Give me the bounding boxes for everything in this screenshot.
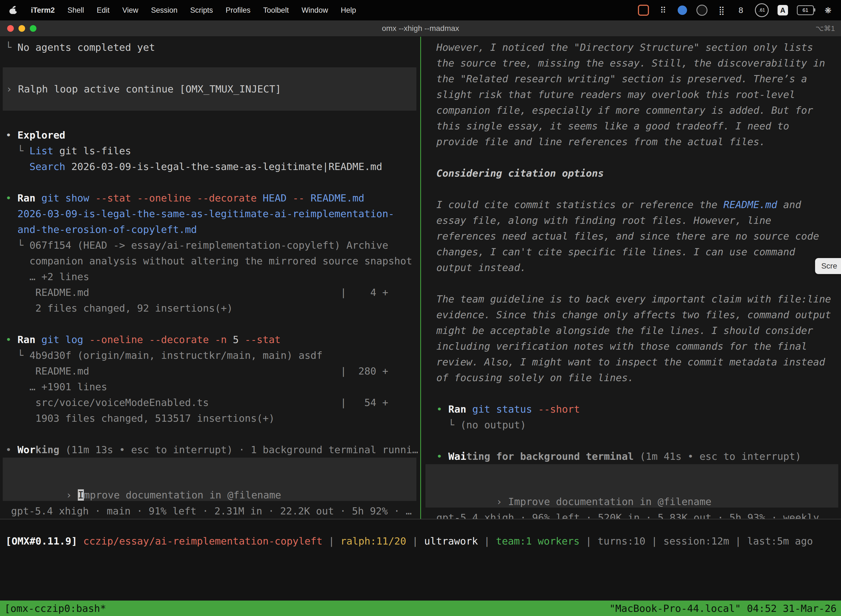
hourglass-app-icon[interactable]: 8 [736, 4, 746, 16]
omx-status-line: [OMX#0.11.9] cczip/essay/ai-reimplementa… [6, 533, 841, 549]
terminal-line: companion analysis without altering the … [0, 253, 420, 269]
dots-grid-icon[interactable]: ⣿ [716, 4, 727, 16]
terminal-line: changes, I can't cite specific file line… [421, 244, 841, 260]
input-source-icon[interactable]: A [778, 4, 788, 16]
menu-shell[interactable]: Shell [67, 6, 84, 15]
close-window-button[interactable] [7, 25, 14, 32]
menu-iterm2[interactable]: iTerm2 [31, 6, 55, 15]
menu-edit[interactable]: Edit [97, 6, 110, 15]
tmux-host-clock-label: "MacBook-Pro-44.local" 04:52 31-Mar-26 [609, 603, 837, 614]
omx-status-bar: [OMX#0.11.9] cczip/essay/ai-reimplementa… [0, 519, 841, 601]
blue-app-icon[interactable] [677, 4, 687, 16]
terminal-line: 2 files changed, 92 insertions(+) [0, 300, 420, 316]
terminal-line [421, 433, 841, 449]
battery-level-label: 61 [797, 5, 814, 15]
right-pane[interactable]: However, I noticed the "Directory Struct… [421, 37, 841, 519]
terminal-line: However, I noticed the "Directory Struct… [421, 40, 841, 55]
grid-app-icon[interactable]: ⠿ [658, 4, 668, 16]
window-title-bar[interactable]: omx --xhigh --madmax ⌥⌘1 [0, 21, 841, 37]
menu-left: iTerm2 ShellEditViewSessionScriptsProfil… [8, 4, 356, 16]
menu-session[interactable]: Session [151, 6, 177, 15]
tmux-session-label[interactable]: [omx-cczip0:bash* [4, 603, 106, 614]
terminal-line [0, 175, 420, 190]
terminal-line: • Ran git status --short [421, 401, 841, 417]
terminal-line: companion file, especially if more comme… [421, 103, 841, 118]
terminal-line: README.md | 4 + [0, 285, 420, 300]
terminal-line [0, 316, 420, 332]
apple-menu-icon[interactable] [8, 4, 18, 16]
terminal-line: the "Related research writing" section i… [421, 71, 841, 87]
right-input-text: Improve documentation in @filename [508, 496, 712, 507]
terminal-line: slight risk that future readers may over… [421, 87, 841, 103]
terminal-line: └ (no output) [421, 417, 841, 433]
left-pane[interactable]: └ No agents completed yet› Ralph loop ac… [0, 37, 420, 519]
left-input-text: mprove documentation in @filename [84, 489, 281, 501]
terminal-line [421, 276, 841, 291]
terminal-line: src/voice/voiceModeEnabled.ts | 54 + [0, 395, 420, 411]
minimize-window-button[interactable] [19, 25, 25, 32]
terminal-line: README.md | 280 + [0, 363, 420, 379]
terminal-line [421, 386, 841, 401]
right-model-status-line: gpt-5.4 xhigh · 96% left · 520K in · 5.8… [421, 510, 841, 519]
zoom-window-button[interactable] [30, 25, 37, 32]
ralph-loop-inject-banner: › Ralph loop active continue [OMX_TMUX_I… [3, 67, 416, 111]
prompt-chevron: › [66, 489, 78, 501]
terminal-line: Search 2026-03-09-is-legal-the-same-as-l… [0, 159, 420, 175]
terminal-line: • Ran git log --oneline --decorate -n 5 … [0, 332, 420, 348]
terminal: └ No agents completed yet› Ralph loop ac… [0, 37, 841, 601]
battery-icon[interactable]: 61 [797, 4, 814, 16]
terminal-line: essay file, along with finding root file… [421, 213, 841, 228]
left-pane-scrollback: └ No agents completed yet› Ralph loop ac… [0, 40, 420, 458]
percent-badge-label: .61 [755, 3, 769, 17]
terminal-line: I could cite commit statistics or refere… [421, 197, 841, 213]
terminal-line: … +1901 lines [0, 379, 420, 395]
terminal-line: references need actual files, and since … [421, 228, 841, 244]
terminal-line: └ List git ls-files [0, 143, 420, 159]
left-prompt-input[interactable]: › Improve documentation in @filename [3, 458, 416, 501]
terminal-line: The team guideline is to back every impo… [421, 291, 841, 307]
terminal-line: └ No agents completed yet [0, 40, 420, 55]
menu-toolbelt[interactable]: Toolbelt [263, 6, 289, 15]
terminal-line: 2026-03-09-is-legal-the-same-as-legitima… [0, 206, 420, 221]
screen: iTerm2 ShellEditViewSessionScriptsProfil… [0, 0, 841, 616]
input-source-label: A [778, 5, 788, 15]
terminal-line: including verification notes with those … [421, 338, 841, 354]
terminal-line: • Waiting for background terminal (1m 41… [421, 449, 841, 464]
menu-help[interactable]: Help [341, 6, 356, 15]
prompt-chevron: › [496, 496, 508, 507]
screen-recording-icon[interactable] [638, 4, 649, 16]
terminal-line: … +2 lines [0, 269, 420, 285]
text-cursor: I [78, 489, 84, 501]
menu-window[interactable]: Window [302, 6, 328, 15]
dark-app-icon[interactable] [696, 4, 708, 16]
terminal-line: └ 4b9d30f (origin/main, instructkr/main,… [0, 348, 420, 363]
terminal-line: provide file and line references from th… [421, 134, 841, 150]
window-shortcut-label: ⌥⌘1 [816, 24, 835, 33]
terminal-line: might be acceptable alongside the file l… [421, 323, 841, 338]
menu-scripts[interactable]: Scripts [190, 6, 213, 15]
left-model-status-line: gpt-5.4 xhigh · main · 91% left · 2.31M … [0, 503, 420, 519]
terminal-line: and-the-erosion-of-copyleft.md [0, 221, 420, 238]
window-title: omx --xhigh --madmax [0, 24, 841, 33]
terminal-line [421, 150, 841, 165]
tmux-panes: └ No agents completed yet› Ralph loop ac… [0, 37, 841, 519]
traffic-lights [0, 25, 37, 32]
terminal-line: of focusing solely on file lines. [421, 370, 841, 386]
right-prompt-input[interactable]: › Improve documentation in @filename [425, 464, 838, 507]
terminal-line: evidence. Since this change only affects… [421, 307, 841, 323]
percent-badge-icon[interactable]: .61 [755, 4, 769, 16]
right-pane-scrollback: However, I noticed the "Directory Struct… [421, 40, 841, 464]
terminal-line: • Working (11m 13s • esc to interrupt) ·… [0, 442, 420, 458]
screen-overlay-button[interactable]: Scre [815, 258, 841, 274]
terminal-line: • Explored [0, 127, 420, 143]
terminal-line: review. Also, I might want to inspect th… [421, 354, 841, 370]
fan-icon[interactable]: ❋ [823, 4, 833, 16]
terminal-line [421, 181, 841, 197]
terminal-line: this single essay, it seems like a good … [421, 118, 841, 134]
terminal-line: └ 067f154 (HEAD -> essay/ai-reimplementa… [0, 238, 420, 253]
terminal-line: Considering citation options [421, 165, 841, 181]
menu-profiles[interactable]: Profiles [226, 6, 251, 15]
terminal-line: the source tree, missing the essay. Stil… [421, 55, 841, 71]
menu-view[interactable]: View [122, 6, 138, 15]
macos-menu-bar: iTerm2 ShellEditViewSessionScriptsProfil… [0, 0, 841, 21]
